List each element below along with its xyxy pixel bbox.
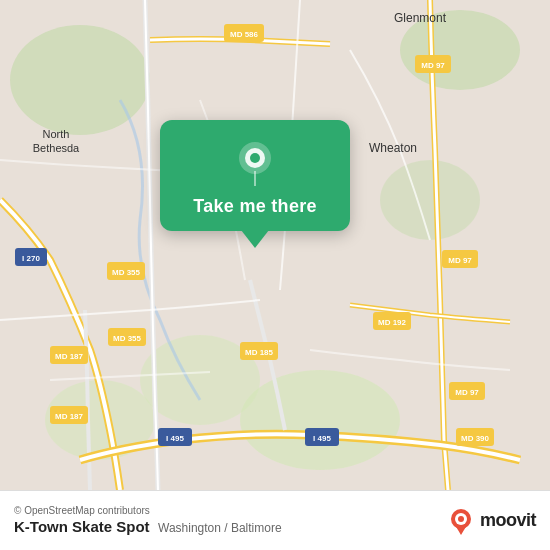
- svg-text:MD 390: MD 390: [461, 434, 490, 443]
- location-pin-icon: [231, 138, 279, 186]
- svg-point-6: [380, 160, 480, 240]
- location-info: © OpenStreetMap contributors K-Town Skat…: [14, 505, 282, 536]
- svg-text:MD 187: MD 187: [55, 352, 84, 361]
- location-name: K-Town Skate Spot: [14, 518, 150, 535]
- location-details: K-Town Skate Spot Washington / Baltimore: [14, 518, 282, 536]
- svg-text:MD 586: MD 586: [230, 30, 259, 39]
- svg-text:MD 192: MD 192: [378, 318, 407, 327]
- svg-text:MD 355: MD 355: [112, 268, 141, 277]
- svg-text:MD 185: MD 185: [245, 348, 274, 357]
- location-region: Washington / Baltimore: [158, 521, 282, 535]
- navigation-overlay: Take me there: [155, 120, 355, 231]
- svg-text:I 495: I 495: [313, 434, 331, 443]
- moovit-brand-name: moovit: [480, 510, 536, 531]
- svg-text:North: North: [43, 128, 70, 140]
- svg-text:MD 97: MD 97: [421, 61, 445, 70]
- svg-point-3: [240, 370, 400, 470]
- svg-text:MD 355: MD 355: [113, 334, 142, 343]
- svg-text:Bethesda: Bethesda: [33, 142, 80, 154]
- svg-text:I 495: I 495: [166, 434, 184, 443]
- copyright-text: © OpenStreetMap contributors: [14, 505, 282, 516]
- svg-point-41: [250, 153, 260, 163]
- svg-text:Wheaton: Wheaton: [369, 141, 417, 155]
- svg-text:I 270: I 270: [22, 254, 40, 263]
- svg-text:MD 187: MD 187: [55, 412, 84, 421]
- svg-point-44: [458, 516, 464, 522]
- svg-text:MD 97: MD 97: [448, 256, 472, 265]
- moovit-brand-icon: [445, 505, 477, 537]
- navigation-card[interactable]: Take me there: [160, 120, 350, 231]
- svg-text:MD 97: MD 97: [455, 388, 479, 397]
- map-view: MD 586 MD 97 MD 97 MD 97 MD 355 MD 355 M…: [0, 0, 550, 490]
- svg-text:Glenmont: Glenmont: [394, 11, 447, 25]
- take-me-there-button[interactable]: Take me there: [193, 196, 317, 217]
- moovit-logo: moovit: [445, 505, 536, 537]
- bottom-info-bar: © OpenStreetMap contributors K-Town Skat…: [0, 490, 550, 550]
